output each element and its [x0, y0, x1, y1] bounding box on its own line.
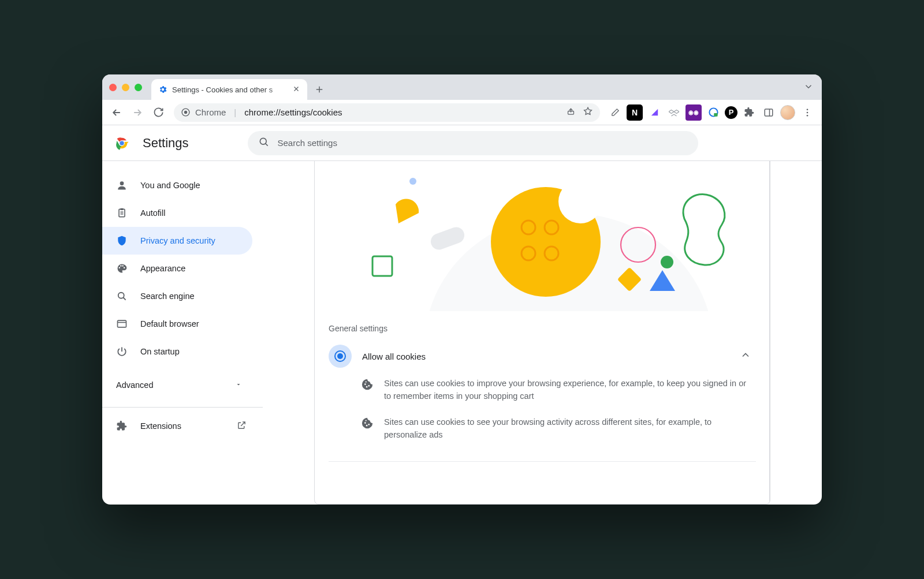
browser-window: Settings - Cookies and other s Chrome [102, 74, 822, 505]
window-controls [109, 74, 151, 100]
svg-point-16 [118, 293, 124, 298]
svg-rect-4 [714, 113, 717, 117]
caret-down-icon [235, 380, 242, 390]
gear-icon [158, 85, 167, 94]
back-button[interactable] [108, 104, 125, 121]
sidebar-item-on-startup[interactable]: On startup [102, 338, 252, 365]
search-settings-input[interactable]: Search settings [248, 131, 698, 155]
menu-dots-icon[interactable] [799, 104, 816, 121]
settings-page: Settings Search settings You and Google … [102, 125, 822, 505]
svg-rect-17 [118, 320, 126, 327]
search-placeholder: Search settings [278, 138, 337, 148]
tab-title: Settings - Cookies and other s [172, 85, 288, 94]
reload-button[interactable] [150, 104, 167, 121]
tab-list-chevron-icon[interactable] [803, 81, 814, 94]
browser-tab[interactable]: Settings - Cookies and other s [151, 79, 307, 100]
shield-icon [116, 235, 128, 246]
sidebar-item-label: Privacy and security [140, 236, 215, 245]
sidebar-item-label: Appearance [140, 264, 185, 273]
close-window-button[interactable] [109, 84, 117, 91]
url-text: chrome://settings/cookies [244, 107, 342, 117]
option-detail-1: Sites can use cookies to improve your br… [329, 368, 756, 406]
svg-rect-15 [121, 208, 124, 210]
minimize-window-button[interactable] [122, 84, 129, 91]
cookies-hero-illustration [315, 161, 770, 311]
cookie-icon [361, 417, 374, 442]
profile-avatar[interactable] [780, 105, 795, 120]
extension-p-icon[interactable]: P [725, 106, 737, 119]
option-detail-2: Sites can use cookies to see your browsi… [329, 406, 756, 445]
svg-point-30 [661, 256, 673, 268]
sidebar-item-privacy-security[interactable]: Privacy and security [102, 227, 252, 255]
svg-point-1 [184, 111, 187, 114]
extensions-label: Extensions [140, 421, 181, 431]
forward-button[interactable] [129, 104, 146, 121]
sidebar-item-extensions[interactable]: Extensions [102, 412, 263, 440]
advanced-label: Advanced [116, 380, 154, 390]
toolbar: Chrome | chrome://settings/cookies N ◉◉ … [102, 100, 822, 125]
cookie-icon [361, 378, 374, 403]
chevron-up-icon[interactable] [737, 343, 754, 369]
svg-rect-5 [765, 109, 773, 116]
chrome-scheme-icon [181, 107, 191, 117]
search-icon [258, 136, 270, 150]
extension-circle-icon[interactable] [705, 104, 721, 121]
detail-text: Sites can use cookies to improve your br… [384, 377, 754, 403]
power-icon [116, 346, 128, 357]
search-icon [116, 290, 128, 302]
cookie-option-allow-all: Allow all cookies Sites can use cookies … [315, 340, 770, 453]
clipboard-icon [116, 207, 128, 219]
svg-point-7 [807, 111, 808, 113]
svg-point-13 [120, 181, 124, 185]
address-bar[interactable]: Chrome | chrome://settings/cookies [174, 103, 600, 122]
tab-strip: Settings - Cookies and other s [102, 74, 822, 100]
puzzle-icon [116, 420, 128, 432]
sidebar-item-default-browser[interactable]: Default browser [102, 310, 252, 338]
close-tab-icon[interactable] [292, 85, 300, 95]
chrome-logo-icon [114, 135, 130, 151]
extension-owl-icon[interactable]: ◉◉ [685, 104, 702, 121]
option-divider [329, 461, 756, 462]
sidebar-item-autofill[interactable]: Autofill [102, 199, 252, 227]
radio-label: Allow all cookies [362, 352, 426, 361]
extension-purple-icon[interactable] [646, 104, 662, 121]
sidebar-divider [102, 407, 263, 408]
maximize-window-button[interactable] [135, 84, 142, 91]
new-tab-button[interactable] [311, 81, 328, 98]
section-general-settings: General settings [315, 311, 770, 340]
extensions-puzzle-icon[interactable] [741, 104, 757, 121]
extension-icons: N ◉◉ P [607, 104, 816, 121]
extension-notion-icon[interactable]: N [627, 104, 643, 121]
settings-main: General settings Allow all cookies [263, 161, 822, 505]
extension-edit-icon[interactable] [607, 104, 623, 121]
detail-text: Sites can use cookies to see your browsi… [384, 416, 754, 442]
svg-point-6 [807, 109, 808, 110]
sidebar-item-you-and-google[interactable]: You and Google [102, 171, 252, 199]
page-header: Settings Search settings [102, 125, 822, 161]
svg-point-20 [558, 180, 602, 223]
svg-point-25 [409, 178, 416, 185]
palette-icon [116, 263, 128, 274]
cookies-panel: General settings Allow all cookies [314, 161, 770, 505]
bookmark-star-icon[interactable] [583, 106, 593, 118]
radio-allow-all-cookies[interactable] [329, 345, 352, 368]
person-icon [116, 180, 128, 191]
sidebar-item-appearance[interactable]: Appearance [102, 255, 252, 282]
sidebar-item-label: Default browser [140, 319, 199, 328]
svg-rect-26 [429, 225, 467, 252]
side-panel-icon[interactable] [761, 104, 777, 121]
url-scheme: Chrome [195, 107, 226, 117]
sidebar-item-label: Autofill [140, 208, 166, 218]
browser-icon [116, 318, 128, 330]
sidebar-item-search-engine[interactable]: Search engine [102, 282, 252, 310]
open-in-new-icon [237, 420, 247, 432]
sidebar-item-label: You and Google [140, 181, 200, 190]
svg-point-8 [807, 114, 808, 116]
sidebar-item-label: Search engine [140, 292, 195, 301]
svg-rect-27 [372, 256, 392, 276]
extension-dropbox-icon[interactable] [666, 104, 682, 121]
settings-sidebar: You and Google Autofill Privacy and secu… [102, 161, 263, 505]
share-icon[interactable] [566, 106, 576, 118]
page-title: Settings [143, 136, 189, 151]
sidebar-advanced-toggle[interactable]: Advanced [102, 371, 263, 399]
